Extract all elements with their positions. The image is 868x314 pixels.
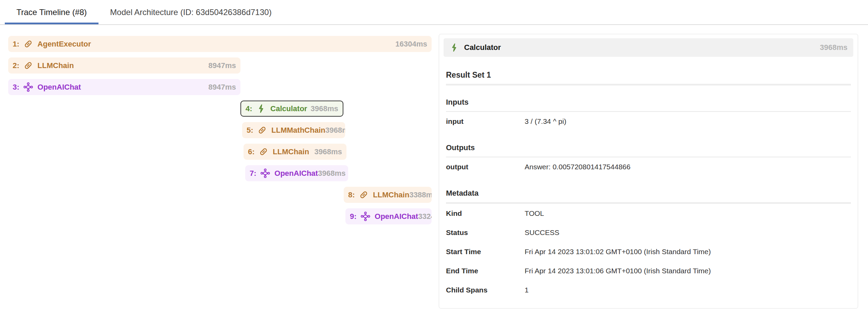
span-duration: 8947ms — [208, 61, 236, 70]
detail-row-start-time: Start TimeFri Apr 14 2023 13:01:02 GMT+0… — [446, 242, 851, 261]
detail-row-label: output — [446, 162, 525, 176]
detail-row-value: TOOL — [525, 209, 851, 223]
detail-row-child-spans: Child Spans1 — [446, 280, 851, 300]
detail-row-label: Start Time — [446, 247, 525, 261]
span-bar-2-llmchain[interactable]: 2:LLMChain8947ms — [8, 57, 240, 74]
section-heading-outputs: Outputs — [446, 143, 851, 152]
span-name: LLMChain — [38, 61, 74, 70]
detail-row-value: Fri Apr 14 2023 13:01:02 GMT+0100 (Irish… — [525, 247, 851, 261]
span-detail-panel: Calculator 3968ms Result Set 1 Inputsinp… — [439, 34, 858, 309]
span-bar-9-openaichat[interactable]: 9:OpenAIChat3324ms — [345, 208, 432, 224]
bolt-icon — [256, 104, 266, 114]
span-duration: 3388ms — [409, 191, 432, 199]
span-name: LLMMathChain — [272, 126, 326, 135]
detail-row-label: Status — [446, 228, 525, 242]
span-duration: 16304ms — [395, 40, 427, 49]
span-index: 2: — [13, 61, 19, 70]
span-name: OpenAIChat — [38, 83, 81, 92]
span-detail-body: Result Set 1 Inputsinput3 / (7.34 ^ pi)O… — [444, 70, 853, 300]
detail-row-value: 3 / (7.34 ^ pi) — [525, 117, 851, 131]
span-name: AgentExecutor — [38, 40, 91, 49]
span-bar-8-llmchain[interactable]: 8:LLMChain3388ms — [344, 187, 432, 203]
span-bar-4-calculator[interactable]: 4:Calculator3968ms — [240, 101, 343, 117]
link-icon — [259, 147, 268, 157]
molecule-icon — [23, 82, 33, 92]
span-index: 7: — [250, 169, 257, 178]
link-icon — [23, 61, 33, 70]
span-index: 3: — [13, 83, 19, 92]
detail-title: Calculator — [464, 43, 501, 52]
divider — [446, 84, 851, 86]
detail-row-output: outputAnswer: 0.005720801417544866 — [446, 157, 851, 176]
detail-row-label: End Time — [446, 266, 525, 280]
span-duration: 3324ms — [418, 212, 432, 221]
span-name: LLMChain — [373, 191, 409, 199]
detail-row-value: 1 — [525, 286, 851, 300]
detail-row-label: Kind — [446, 209, 525, 223]
span-index: 9: — [350, 212, 357, 221]
span-duration: 8947ms — [208, 83, 236, 92]
detail-row-value: Fri Apr 14 2023 13:01:06 GMT+0100 (Irish… — [525, 266, 851, 280]
span-name: OpenAIChat — [275, 169, 318, 178]
detail-row-kind: KindTOOL — [446, 204, 851, 223]
span-bar-6-llmchain[interactable]: 6:LLMChain3968ms — [244, 144, 346, 160]
detail-row-end-time: End TimeFri Apr 14 2023 13:01:06 GMT+010… — [446, 261, 851, 280]
bolt-icon — [449, 43, 459, 52]
span-index: 4: — [246, 104, 252, 113]
detail-duration: 3968ms — [820, 43, 847, 52]
span-name: Calculator — [271, 104, 307, 113]
molecule-icon — [360, 211, 370, 221]
section-heading-metadata: Metadata — [446, 189, 851, 198]
span-name: OpenAIChat — [375, 212, 418, 221]
span-bar-7-openaichat[interactable]: 7:OpenAIChat3968ms — [245, 165, 348, 181]
result-set-heading: Result Set 1 — [446, 70, 851, 79]
span-index: 5: — [247, 126, 253, 135]
span-duration: 3968ms — [314, 147, 342, 156]
span-duration: 3968ms — [325, 126, 345, 135]
span-index: 6: — [248, 147, 255, 156]
span-duration: 3968ms — [311, 104, 338, 113]
span-bar-3-openaichat[interactable]: 3:OpenAIChat8947ms — [8, 79, 240, 95]
span-duration: 3968ms — [318, 169, 346, 178]
link-icon — [23, 39, 33, 49]
span-name: LLMChain — [273, 147, 309, 156]
section-heading-inputs: Inputs — [446, 98, 851, 107]
span-bar-5-llmmathchain[interactable]: 5:LLMMathChain3968ms — [242, 122, 345, 138]
molecule-icon — [260, 168, 270, 178]
span-index: 1: — [13, 40, 19, 49]
span-detail-header: Calculator 3968ms — [444, 38, 853, 57]
trace-timeline-waterfall: 1:AgentExecutor16304ms2:LLMChain8947ms3:… — [0, 0, 439, 314]
detail-row-value: SUCCESS — [525, 228, 851, 242]
detail-row-label: input — [446, 117, 525, 131]
detail-row-input: input3 / (7.34 ^ pi) — [446, 112, 851, 131]
link-icon — [257, 125, 267, 135]
detail-row-status: StatusSUCCESS — [446, 223, 851, 242]
span-bar-1-agentexecutor[interactable]: 1:AgentExecutor16304ms — [8, 36, 432, 52]
detail-row-label: Child Spans — [446, 286, 525, 300]
link-icon — [359, 190, 369, 200]
span-index: 8: — [348, 191, 355, 199]
detail-row-value: Answer: 0.005720801417544866 — [525, 162, 851, 176]
